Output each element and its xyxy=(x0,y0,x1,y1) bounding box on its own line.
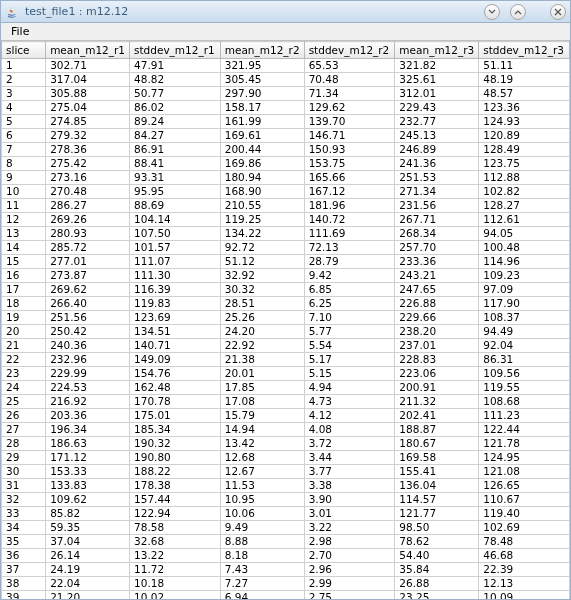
table-cell[interactable]: 126.65 xyxy=(479,479,570,493)
table-cell[interactable]: 3.22 xyxy=(304,521,395,535)
table-cell[interactable]: 269.26 xyxy=(46,213,130,227)
table-row[interactable]: 3385.82122.9410.063.01121.77119.40 xyxy=(2,507,570,521)
table-cell[interactable]: 245.13 xyxy=(395,129,479,143)
table-cell[interactable]: 38 xyxy=(2,577,46,591)
table-cell[interactable]: 139.70 xyxy=(304,115,395,129)
table-cell[interactable]: 9.49 xyxy=(220,521,304,535)
table-cell[interactable]: 122.44 xyxy=(479,423,570,437)
table-cell[interactable]: 8 xyxy=(2,157,46,171)
table-cell[interactable]: 157.44 xyxy=(130,493,221,507)
table-row[interactable]: 3822.0410.187.272.9926.8812.13 xyxy=(2,577,570,591)
table-cell[interactable]: 170.78 xyxy=(130,395,221,409)
table-cell[interactable]: 178.38 xyxy=(130,479,221,493)
table-cell[interactable]: 216.92 xyxy=(46,395,130,409)
table-cell[interactable]: 14 xyxy=(2,241,46,255)
table-cell[interactable]: 251.53 xyxy=(395,171,479,185)
table-cell[interactable]: 169.61 xyxy=(220,129,304,143)
table-cell[interactable]: 237.01 xyxy=(395,339,479,353)
table-cell[interactable]: 35 xyxy=(2,535,46,549)
table-cell[interactable]: 180.94 xyxy=(220,171,304,185)
table-cell[interactable]: 94.05 xyxy=(479,227,570,241)
table-cell[interactable]: 25.26 xyxy=(220,311,304,325)
table-row[interactable]: 16273.87111.3032.929.42243.21109.23 xyxy=(2,269,570,283)
table-cell[interactable]: 101.57 xyxy=(130,241,221,255)
column-header[interactable]: mean_m12_r2 xyxy=(220,42,304,59)
table-cell[interactable]: 114.96 xyxy=(479,255,570,269)
table-cell[interactable]: 280.93 xyxy=(46,227,130,241)
table-cell[interactable]: 210.55 xyxy=(220,199,304,213)
table-cell[interactable]: 28 xyxy=(2,437,46,451)
table-row[interactable]: 15277.01111.0751.1228.79233.36114.96 xyxy=(2,255,570,269)
table-cell[interactable]: 241.36 xyxy=(395,157,479,171)
table-row[interactable]: 25216.92170.7817.084.73211.32108.68 xyxy=(2,395,570,409)
table-row[interactable]: 18266.40119.8328.516.25226.88117.90 xyxy=(2,297,570,311)
table-cell[interactable]: 3.72 xyxy=(304,437,395,451)
table-cell[interactable]: 22 xyxy=(2,353,46,367)
table-cell[interactable]: 123.69 xyxy=(130,311,221,325)
table-row[interactable]: 26203.36175.0115.794.12202.41111.23 xyxy=(2,409,570,423)
table-cell[interactable]: 223.06 xyxy=(395,367,479,381)
table-cell[interactable]: 35.84 xyxy=(395,563,479,577)
table-cell[interactable]: 32.92 xyxy=(220,269,304,283)
table-row[interactable]: 1302.7147.91321.9565.53321.8251.11 xyxy=(2,59,570,73)
table-cell[interactable]: 110.67 xyxy=(479,493,570,507)
table-cell[interactable]: 48.19 xyxy=(479,73,570,87)
table-cell[interactable]: 18 xyxy=(2,297,46,311)
table-cell[interactable]: 109.62 xyxy=(46,493,130,507)
table-cell[interactable]: 8.18 xyxy=(220,549,304,563)
table-row[interactable]: 7278.3686.91200.44150.93246.89128.49 xyxy=(2,143,570,157)
table-cell[interactable]: 158.17 xyxy=(220,101,304,115)
table-cell[interactable]: 162.48 xyxy=(130,381,221,395)
table-cell[interactable]: 24.20 xyxy=(220,325,304,339)
table-cell[interactable]: 133.83 xyxy=(46,479,130,493)
table-cell[interactable]: 11.72 xyxy=(130,563,221,577)
table-cell[interactable]: 5.15 xyxy=(304,367,395,381)
table-cell[interactable]: 22.04 xyxy=(46,577,130,591)
table-row[interactable]: 20250.42134.5124.205.77238.2094.49 xyxy=(2,325,570,339)
table-cell[interactable]: 29 xyxy=(2,451,46,465)
table-cell[interactable]: 6.85 xyxy=(304,283,395,297)
column-header[interactable]: slice xyxy=(2,42,46,59)
table-cell[interactable]: 10.02 xyxy=(130,591,221,600)
table-cell[interactable]: 4.73 xyxy=(304,395,395,409)
table-cell[interactable]: 286.27 xyxy=(46,199,130,213)
table-cell[interactable]: 140.72 xyxy=(304,213,395,227)
table-cell[interactable]: 47.91 xyxy=(130,59,221,73)
table-cell[interactable]: 21.20 xyxy=(46,591,130,600)
table-cell[interactable]: 15 xyxy=(2,255,46,269)
table-row[interactable]: 3537.0432.688.882.9878.6278.48 xyxy=(2,535,570,549)
table-cell[interactable]: 129.62 xyxy=(304,101,395,115)
table-cell[interactable]: 86.91 xyxy=(130,143,221,157)
table-cell[interactable]: 71.34 xyxy=(304,87,395,101)
table-cell[interactable]: 48.82 xyxy=(130,73,221,87)
table-row[interactable]: 3724.1911.727.432.9635.8422.39 xyxy=(2,563,570,577)
table-cell[interactable]: 28.51 xyxy=(220,297,304,311)
table-cell[interactable]: 9 xyxy=(2,171,46,185)
table-cell[interactable]: 3.44 xyxy=(304,451,395,465)
table-cell[interactable]: 274.85 xyxy=(46,115,130,129)
table-cell[interactable]: 6.25 xyxy=(304,297,395,311)
table-cell[interactable]: 65.53 xyxy=(304,59,395,73)
table-cell[interactable]: 23.25 xyxy=(395,591,479,600)
table-cell[interactable]: 95.95 xyxy=(130,185,221,199)
table-cell[interactable]: 54.40 xyxy=(395,549,479,563)
table-cell[interactable]: 88.69 xyxy=(130,199,221,213)
table-cell[interactable]: 200.44 xyxy=(220,143,304,157)
table-cell[interactable]: 134.22 xyxy=(220,227,304,241)
table-cell[interactable]: 70.48 xyxy=(304,73,395,87)
table-cell[interactable]: 4.94 xyxy=(304,381,395,395)
table-cell[interactable]: 6.94 xyxy=(220,591,304,600)
table-cell[interactable]: 211.32 xyxy=(395,395,479,409)
table-cell[interactable]: 190.32 xyxy=(130,437,221,451)
table-row[interactable]: 2317.0448.82305.4570.48325.6148.19 xyxy=(2,73,570,87)
table-cell[interactable]: 2.96 xyxy=(304,563,395,577)
table-cell[interactable]: 202.41 xyxy=(395,409,479,423)
table-cell[interactable]: 86.31 xyxy=(479,353,570,367)
table-cell[interactable]: 123.36 xyxy=(479,101,570,115)
table-cell[interactable]: 51.12 xyxy=(220,255,304,269)
table-cell[interactable]: 246.89 xyxy=(395,143,479,157)
minimize-button[interactable] xyxy=(484,4,500,20)
table-cell[interactable]: 224.53 xyxy=(46,381,130,395)
table-cell[interactable]: 243.21 xyxy=(395,269,479,283)
table-cell[interactable]: 186.63 xyxy=(46,437,130,451)
